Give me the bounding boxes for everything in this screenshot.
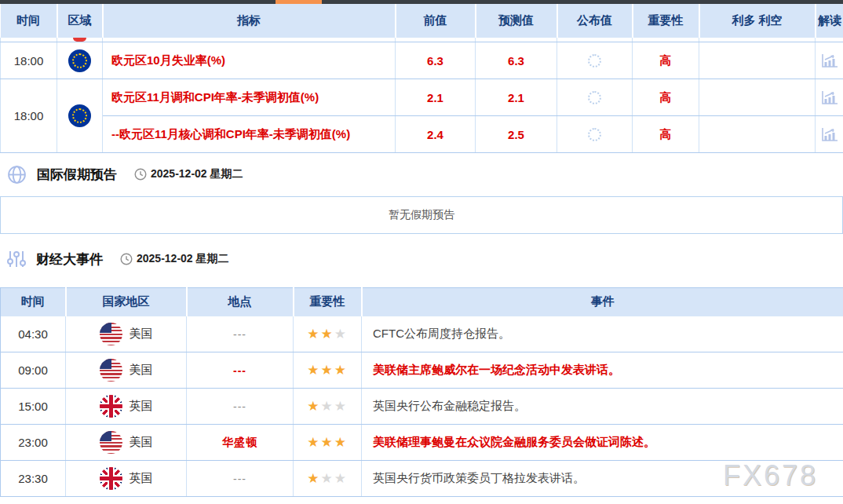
- star-icon: [320, 471, 334, 486]
- importance-cell: [294, 352, 362, 388]
- forecast-value: 2.1: [476, 79, 557, 116]
- location-value: ---: [233, 473, 246, 485]
- country-flag-icon: [100, 395, 122, 418]
- top-scrollbar[interactable]: [0, 0, 843, 4]
- events-table: 时间 国家地区 地点 重要性 事件 04:30 美国 --- CFTC公布周度持…: [0, 287, 843, 497]
- country-cell: 英国: [66, 388, 187, 424]
- location-cell: ---: [187, 316, 294, 352]
- chart-icon[interactable]: [821, 53, 838, 68]
- indicators-table: 时间 区域 指标 前值 预测值 公布值 重要性 利多 利空 解读 18:00 欧…: [0, 4, 843, 153]
- table-row: 04:30 美国 --- CFTC公布周度持仓报告。: [1, 316, 843, 352]
- sliders-icon: [7, 249, 26, 269]
- bull-bear-cell: [699, 79, 816, 116]
- importance-value: 高: [633, 116, 699, 153]
- time-cell: 09:00: [1, 352, 66, 388]
- published-cell: [557, 79, 633, 116]
- clock-icon: [120, 253, 133, 265]
- event-text: 美联储理事鲍曼在众议院金融服务委员会做证词陈述。: [362, 424, 843, 460]
- event-text: CFTC公布周度持仓报告。: [362, 316, 843, 352]
- location-cell: 华盛顿: [187, 424, 294, 460]
- clock-icon: [134, 168, 147, 181]
- scrollbar-thumb[interactable]: [276, 0, 322, 4]
- location-value: ---: [233, 328, 246, 341]
- country-label: 美国: [130, 363, 153, 378]
- event-text: 英国央行公布金融稳定报告。: [362, 388, 843, 424]
- table-row: 23:00 美国 华盛顿 美联储理事鲍曼在众议院金融服务委员会做证词陈述。: [1, 424, 843, 460]
- region-cell: [57, 79, 103, 153]
- col-event: 事件: [362, 288, 843, 316]
- eu-flag-icon: [68, 104, 91, 127]
- table-row: 18:00 欧元区10月失业率(%) 6.3 6.3 高: [1, 42, 843, 79]
- country-label: 美国: [130, 435, 153, 450]
- indicator-name[interactable]: 欧元区11月调和CPI年率-未季调初值(%): [103, 79, 396, 116]
- events-date-group: 2025-12-02 星期二: [120, 252, 229, 266]
- forecast-value: 2.5: [476, 116, 557, 153]
- indicator-name[interactable]: --欧元区11月核心调和CPI年率-未季调初值(%): [103, 116, 396, 153]
- time-cell: 23:00: [1, 424, 66, 460]
- country-cell: 美国: [66, 352, 187, 388]
- importance-cell: [294, 316, 362, 352]
- table-row: 18:00 欧元区11月调和CPI年率-未季调初值(%) 2.1 2.1 高: [1, 79, 843, 116]
- interpret-cell[interactable]: [816, 42, 843, 79]
- country-cell: 美国: [66, 316, 187, 352]
- star-icon: [307, 471, 320, 486]
- holiday-empty-box: 暂无假期预告: [0, 196, 843, 234]
- chart-icon[interactable]: [821, 127, 838, 142]
- star-icon: [334, 399, 348, 414]
- previous-value: 2.4: [396, 116, 476, 153]
- star-icon: [307, 327, 320, 341]
- col-bull-bear: 利多 利空: [699, 4, 816, 38]
- col-interpret: 解读: [816, 4, 843, 38]
- star-icon: [307, 363, 320, 378]
- star-icon: [334, 327, 348, 341]
- col-indicator: 指标: [103, 4, 396, 38]
- globe-icon: [7, 165, 27, 184]
- event-text: 美联储主席鲍威尔在一场纪念活动中发表讲话。: [362, 352, 843, 388]
- col-published: 公布值: [557, 4, 633, 38]
- time-cell: 23:30: [1, 460, 66, 496]
- time-cell: 18:00: [1, 42, 57, 79]
- bull-bear-cell: [699, 42, 816, 79]
- region-cell: [57, 42, 103, 79]
- time-cell: 04:30: [1, 316, 66, 352]
- importance-cell: [294, 388, 362, 424]
- previous-value: 2.1: [396, 79, 476, 116]
- star-icon: [307, 399, 320, 414]
- events-header-row: 时间 国家地区 地点 重要性 事件: [1, 288, 843, 316]
- eu-flag-icon: [68, 49, 91, 72]
- chart-icon[interactable]: [821, 90, 838, 105]
- star-icon: [307, 435, 320, 450]
- importance-value: 高: [633, 42, 699, 79]
- country-cell: 美国: [66, 424, 187, 460]
- holiday-empty-message: 暂无假期预告: [389, 208, 454, 222]
- events-section-title: 财经大事件: [36, 250, 103, 268]
- location-value: ---: [233, 400, 246, 413]
- country-cell: 英国: [66, 460, 187, 496]
- col-importance: 重要性: [633, 4, 699, 38]
- importance-value: 高: [633, 79, 699, 116]
- previous-value: 6.3: [396, 42, 476, 79]
- country-flag-icon: [100, 467, 122, 490]
- col-region: 区域: [57, 4, 103, 38]
- holiday-date: 2025-12-02 星期二: [151, 167, 243, 181]
- importance-cell: [294, 460, 362, 496]
- location-cell: ---: [187, 352, 294, 388]
- interpret-cell[interactable]: [816, 79, 843, 116]
- events-date: 2025-12-02 星期二: [137, 252, 229, 266]
- table-row: 23:30 英国 --- 英国央行货币政策委员丁格拉发表讲话。: [1, 460, 843, 496]
- star-icon: [320, 399, 334, 414]
- importance-cell: [294, 424, 362, 460]
- indicator-name[interactable]: 欧元区10月失业率(%): [103, 42, 396, 79]
- location-value: 华盛顿: [222, 436, 257, 448]
- holiday-section-header: 国际假期预告 2025-12-02 星期二: [0, 163, 843, 186]
- interpret-cell[interactable]: [816, 116, 843, 153]
- star-icon: [320, 327, 334, 341]
- holiday-section-title: 国际假期预告: [37, 166, 117, 184]
- bull-bear-cell: [699, 116, 816, 153]
- indicators-header-row: 时间 区域 指标 前值 预测值 公布值 重要性 利多 利空 解读: [1, 4, 843, 38]
- location-cell: ---: [187, 388, 294, 424]
- loading-spinner-icon: [588, 54, 601, 68]
- col-time: 时间: [1, 4, 57, 38]
- time-cell: 15:00: [1, 388, 66, 424]
- location-cell: ---: [187, 460, 294, 496]
